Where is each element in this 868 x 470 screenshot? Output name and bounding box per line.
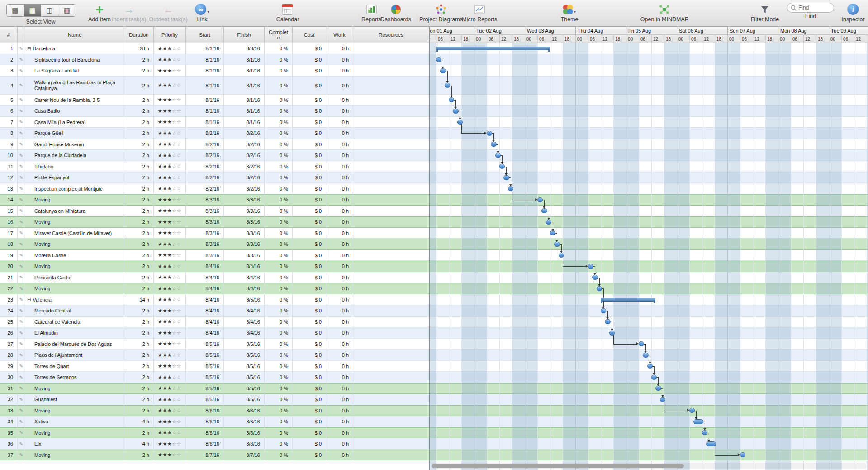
cell-work[interactable]: 0 h — [326, 95, 353, 106]
cell-num[interactable]: 11 — [0, 161, 18, 173]
cell-duration[interactable]: 2 h — [124, 77, 154, 95]
cell-icon[interactable]: ✎ — [18, 438, 25, 450]
cell-name[interactable]: Casa Mila (La Pedrera) — [25, 117, 124, 128]
cell-cost[interactable]: $ 0 — [293, 294, 326, 306]
task-row[interactable]: 33✎Moving2 h★★★☆☆8/6/168/6/160 %$ 00 h — [0, 405, 429, 417]
task-bar[interactable] — [487, 131, 492, 136]
cell-start[interactable]: 8/6/16 — [186, 405, 224, 417]
cell-duration[interactable]: 2 h — [124, 95, 154, 106]
column-header-name[interactable]: Name — [25, 27, 124, 43]
cell-complete[interactable]: 0 % — [265, 106, 293, 117]
task-bar[interactable] — [440, 68, 446, 73]
horizontal-scrollbar[interactable] — [431, 463, 867, 469]
cell-priority[interactable]: ★★★☆☆ — [154, 95, 186, 106]
cell-name[interactable]: Moving — [25, 194, 124, 206]
cell-start[interactable]: 8/5/16 — [186, 383, 224, 394]
cell-start[interactable]: 8/2/16 — [186, 172, 224, 183]
cell-duration[interactable]: 2 h — [124, 161, 154, 173]
cell-num[interactable]: 24 — [0, 305, 18, 317]
cell-icon[interactable]: ✎ — [18, 128, 25, 139]
priority-stars[interactable]: ★★★☆☆ — [158, 130, 181, 136]
cell-resources[interactable] — [353, 272, 429, 283]
cell-start[interactable]: 8/5/16 — [186, 372, 224, 383]
cell-num[interactable]: 36 — [0, 438, 18, 450]
priority-stars[interactable]: ★★★☆☆ — [158, 352, 181, 358]
cell-start[interactable]: 8/1/16 — [186, 95, 224, 106]
cell-work[interactable]: 0 h — [326, 77, 353, 95]
cell-num[interactable]: 35 — [0, 427, 18, 439]
task-bar[interactable] — [706, 441, 716, 446]
cell-finish[interactable]: 8/5/16 — [224, 383, 265, 394]
task-row[interactable]: 37✎Moving2 h★★★☆☆8/7/168/7/160 %$ 00 h — [0, 450, 429, 461]
cell-complete[interactable]: 0 % — [265, 383, 293, 394]
view-segment-resources[interactable]: ◫ — [41, 5, 58, 16]
cell-icon[interactable]: ✎ — [18, 117, 25, 128]
cell-cost[interactable]: $ 0 — [293, 272, 326, 283]
cell-priority[interactable]: ★★★☆☆ — [154, 172, 186, 183]
cell-icon[interactable]: ✎ — [18, 139, 25, 150]
cell-work[interactable]: 0 h — [326, 450, 353, 461]
cell-name[interactable]: Moving — [25, 261, 124, 272]
cell-name[interactable]: Moving — [25, 405, 124, 417]
cell-icon[interactable]: ✎ — [18, 394, 25, 405]
column-header-duration[interactable]: Duration — [124, 27, 154, 43]
cell-cost[interactable]: $ 0 — [293, 139, 326, 150]
task-bar[interactable] — [457, 120, 463, 125]
priority-stars[interactable]: ★★★☆☆ — [158, 219, 181, 225]
cell-work[interactable]: 0 h — [326, 261, 353, 272]
cell-work[interactable]: 0 h — [326, 216, 353, 228]
cell-priority[interactable]: ★★★☆☆ — [154, 150, 186, 161]
cell-name[interactable]: Moving — [25, 283, 124, 294]
cell-duration[interactable]: 2 h — [124, 106, 154, 117]
cell-start[interactable]: 8/1/16 — [186, 117, 224, 128]
task-row[interactable]: 20✎Moving2 h★★★☆☆8/4/168/4/160 %$ 00 h — [0, 261, 429, 272]
cell-complete[interactable]: 0 % — [265, 339, 293, 350]
task-row[interactable]: 28✎Plaça de l'Ajuntament2 h★★★☆☆8/5/168/… — [0, 350, 429, 361]
cell-complete[interactable]: 0 % — [265, 194, 293, 206]
cell-priority[interactable]: ★★★☆☆ — [154, 139, 186, 150]
cell-work[interactable]: 0 h — [326, 361, 353, 372]
cell-num[interactable]: 37 — [0, 450, 18, 461]
cell-resources[interactable] — [353, 139, 429, 150]
task-bar[interactable] — [592, 275, 598, 280]
cell-name[interactable]: Tibidabo — [25, 161, 124, 173]
cell-cost[interactable]: $ 0 — [293, 183, 326, 195]
cell-work[interactable]: 0 h — [326, 405, 353, 417]
cell-icon[interactable]: ✎ — [18, 106, 25, 117]
cell-finish[interactable]: 8/3/16 — [224, 43, 265, 54]
cell-complete[interactable]: 0 % — [265, 350, 293, 361]
cell-priority[interactable]: ★★★☆☆ — [154, 272, 186, 283]
cell-duration[interactable]: 2 h — [124, 139, 154, 150]
cell-complete[interactable]: 0 % — [265, 43, 293, 54]
cell-resources[interactable] — [353, 438, 429, 450]
cell-priority[interactable]: ★★★☆☆ — [154, 161, 186, 173]
cell-name[interactable]: Poble Espanyol — [25, 172, 124, 183]
cell-start[interactable]: 8/2/16 — [186, 139, 224, 150]
cell-duration[interactable]: 2 h — [124, 228, 154, 239]
priority-stars[interactable]: ★★★☆☆ — [158, 208, 181, 214]
cell-finish[interactable]: 8/4/16 — [224, 305, 265, 317]
cell-resources[interactable] — [353, 427, 429, 439]
cell-duration[interactable]: 2 h — [124, 250, 154, 261]
task-bar[interactable] — [453, 109, 458, 114]
cell-cost[interactable]: $ 0 — [293, 216, 326, 228]
cell-start[interactable]: 8/2/16 — [186, 150, 224, 161]
task-row[interactable]: 5✎Carrer Nou de la Rambla, 3-52 h★★★☆☆8/… — [0, 95, 429, 106]
cell-name[interactable]: Xativa — [25, 416, 124, 427]
cell-icon[interactable]: ✎ — [18, 317, 25, 328]
cell-name[interactable]: Mercado Central — [25, 305, 124, 317]
priority-stars[interactable]: ★★★☆☆ — [158, 286, 181, 292]
cell-finish[interactable]: 8/2/16 — [224, 128, 265, 139]
cell-priority[interactable]: ★★★☆☆ — [154, 128, 186, 139]
cell-priority[interactable]: ★★★☆☆ — [154, 427, 186, 439]
priority-stars[interactable]: ★★★☆☆ — [158, 319, 181, 325]
priority-stars[interactable]: ★★★☆☆ — [158, 82, 181, 88]
cell-finish[interactable]: 8/2/16 — [224, 150, 265, 161]
task-row[interactable]: 36✎Elx4 h★★★☆☆8/6/168/6/160 %$ 00 h — [0, 438, 429, 450]
cell-work[interactable]: 0 h — [326, 427, 353, 439]
cell-finish[interactable]: 8/4/16 — [224, 261, 265, 272]
cell-cost[interactable]: $ 0 — [293, 239, 326, 250]
task-bar[interactable] — [508, 186, 513, 191]
cell-priority[interactable]: ★★★☆☆ — [154, 450, 186, 461]
cell-icon[interactable]: ✎ — [18, 427, 25, 439]
